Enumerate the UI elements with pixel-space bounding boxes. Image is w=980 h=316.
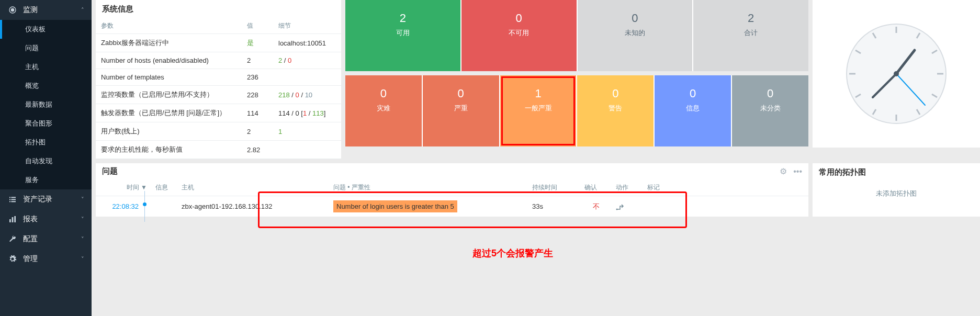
tile-count: 0 bbox=[732, 87, 808, 100]
nav-section-监测[interactable]: 监测 ˄ bbox=[0, 0, 92, 20]
sysinfo-row: 触发器数量（已启用/已禁用 [问题/正常]） 114 114 / 0 [1 / … bbox=[96, 104, 341, 122]
maps-title: 常用的拓扑图 bbox=[813, 163, 980, 182]
clock-icon bbox=[844, 21, 949, 126]
nav-item-最新数据[interactable]: 最新数据 bbox=[0, 95, 92, 114]
tile-count: 0 bbox=[655, 87, 731, 100]
status-tile-合计[interactable]: 2 合计 bbox=[693, 0, 808, 71]
tile-label: 信息 bbox=[655, 104, 731, 113]
tile-label: 未知的 bbox=[578, 28, 693, 38]
tile-label: 一般严重 bbox=[500, 104, 577, 113]
status-tile-灾难[interactable]: 0 灾难 bbox=[345, 75, 422, 146]
system-info-title: 系统信息 bbox=[96, 0, 341, 18]
status-tile-一般严重[interactable]: 1 一般严重 bbox=[500, 75, 577, 146]
sysinfo-param: Zabbix服务器端运行中 bbox=[96, 34, 242, 52]
svg-point-1 bbox=[11, 8, 14, 11]
problem-time[interactable]: 22:08:32 bbox=[96, 196, 143, 217]
svg-rect-6 bbox=[9, 201, 10, 202]
sysinfo-value: 2.82 bbox=[242, 141, 273, 159]
sysinfo-col-param: 参数 bbox=[96, 18, 242, 34]
svg-rect-9 bbox=[12, 217, 14, 222]
sysinfo-value: 114 bbox=[242, 104, 273, 122]
wrench-icon bbox=[7, 235, 18, 243]
nav-item-自动发现[interactable]: 自动发现 bbox=[0, 152, 92, 171]
sysinfo-value: 2 bbox=[242, 52, 273, 69]
tile-count: 0 bbox=[577, 87, 654, 100]
problem-info bbox=[151, 196, 177, 217]
sysinfo-col-value: 值 bbox=[242, 18, 273, 34]
nav-section-管理[interactable]: 管理 ˅ bbox=[0, 249, 92, 269]
chevron-up-icon: ˄ bbox=[81, 7, 84, 14]
nav-item-拓扑图[interactable]: 拓扑图 bbox=[0, 133, 92, 152]
sysinfo-value: 236 bbox=[242, 69, 273, 86]
sysinfo-value: 228 bbox=[242, 86, 273, 104]
eye-icon bbox=[7, 6, 18, 14]
sysinfo-detail: 1 bbox=[273, 122, 341, 141]
problems-title: 问题 bbox=[102, 166, 780, 176]
system-info-panel: 系统信息 参数 值 细节 Zabbix服务器端运行中 是 localhost:1… bbox=[96, 0, 341, 159]
tile-count: 1 bbox=[500, 87, 577, 100]
annotation-text: 超过5个会报警产生 bbox=[472, 247, 553, 259]
sysinfo-detail: 2 / 0 bbox=[273, 52, 341, 69]
status-tile-不可用[interactable]: 0 不可用 bbox=[461, 0, 577, 71]
status-tile-未分类[interactable]: 0 未分类 bbox=[732, 75, 808, 146]
tile-label: 可用 bbox=[345, 28, 460, 38]
nav-item-服务[interactable]: 服务 bbox=[0, 171, 92, 189]
sysinfo-value: 是 bbox=[242, 34, 273, 52]
sysinfo-param: 用户数(线上) bbox=[96, 122, 242, 141]
sysinfo-detail bbox=[273, 141, 341, 159]
annotation-problem-box bbox=[258, 191, 687, 228]
col-0[interactable]: 信息 bbox=[151, 179, 177, 196]
more-icon[interactable]: ••• bbox=[793, 167, 802, 176]
sysinfo-row: 要求的主机性能，每秒新值 2.82 bbox=[96, 141, 341, 159]
nav-item-主机[interactable]: 主机 bbox=[0, 58, 92, 76]
status-tile-信息[interactable]: 0 信息 bbox=[655, 75, 731, 146]
nav-section-label: 资产记录 bbox=[23, 195, 81, 204]
sysinfo-row: Number of templates 236 bbox=[96, 69, 341, 86]
nav-section-资产记录[interactable]: 资产记录 ˅ bbox=[0, 189, 92, 209]
tile-label: 合计 bbox=[693, 28, 808, 38]
col-time[interactable]: 时间 ▼ bbox=[96, 179, 151, 196]
svg-rect-7 bbox=[11, 201, 16, 202]
tile-label: 警告 bbox=[577, 104, 654, 113]
sysinfo-col-detail: 细节 bbox=[273, 18, 341, 34]
sysinfo-detail: 114 / 0 [1 / 113] bbox=[273, 104, 341, 122]
sidebar: 监测 ˄ 仪表板问题主机概览最新数据聚合图形拓扑图自动发现服务 资产记录 ˅ 报… bbox=[0, 0, 92, 316]
sysinfo-param: 触发器数量（已启用/已禁用 [问题/正常]） bbox=[96, 104, 242, 122]
nav-section-配置[interactable]: 配置 ˅ bbox=[0, 229, 92, 249]
gear-icon[interactable]: ⚙ bbox=[780, 167, 787, 176]
sysinfo-value: 2 bbox=[242, 122, 273, 141]
nav-section-报表[interactable]: 报表 ˅ bbox=[0, 209, 92, 229]
sysinfo-row: Zabbix服务器端运行中 是 localhost:10051 bbox=[96, 34, 341, 52]
sysinfo-detail: 218 / 0 / 10 bbox=[273, 86, 341, 104]
tile-count: 0 bbox=[345, 87, 422, 100]
nav-item-概览[interactable]: 概览 bbox=[0, 76, 92, 95]
timeline-marker bbox=[143, 196, 151, 217]
nav-section-label: 监测 bbox=[23, 5, 81, 15]
chevron-down-icon: ˅ bbox=[81, 196, 84, 203]
svg-rect-4 bbox=[9, 199, 10, 200]
chevron-down-icon: ˅ bbox=[81, 256, 84, 263]
tile-count: 2 bbox=[345, 12, 460, 25]
nav-item-仪表板[interactable]: 仪表板 bbox=[0, 20, 92, 39]
status-tile-警告[interactable]: 0 警告 bbox=[577, 75, 654, 146]
sysinfo-param: 要求的主机性能，每秒新值 bbox=[96, 141, 242, 159]
status-tile-可用[interactable]: 2 可用 bbox=[345, 0, 460, 71]
nav-item-聚合图形[interactable]: 聚合图形 bbox=[0, 114, 92, 133]
sysinfo-param: Number of hosts (enabled/disabled) bbox=[96, 52, 242, 69]
status-tile-未知的[interactable]: 0 未知的 bbox=[578, 0, 693, 71]
tile-label: 灾难 bbox=[345, 104, 422, 113]
nav-section-label: 管理 bbox=[23, 254, 81, 264]
maps-panel: 常用的拓扑图 未添加拓扑图 bbox=[813, 163, 980, 217]
list-icon bbox=[7, 195, 18, 204]
status-tile-严重[interactable]: 0 严重 bbox=[423, 75, 499, 146]
svg-point-27 bbox=[894, 71, 899, 76]
tile-label: 不可用 bbox=[461, 28, 577, 38]
tile-count: 2 bbox=[693, 12, 808, 25]
nav-section-label: 配置 bbox=[23, 234, 81, 244]
sysinfo-detail bbox=[273, 69, 341, 86]
sysinfo-param: 监控项数量（已启用/已禁用/不支持） bbox=[96, 86, 242, 104]
svg-rect-5 bbox=[11, 199, 16, 200]
nav-item-问题[interactable]: 问题 bbox=[0, 39, 92, 58]
svg-rect-2 bbox=[9, 197, 10, 198]
nav-section-label: 报表 bbox=[23, 215, 81, 224]
